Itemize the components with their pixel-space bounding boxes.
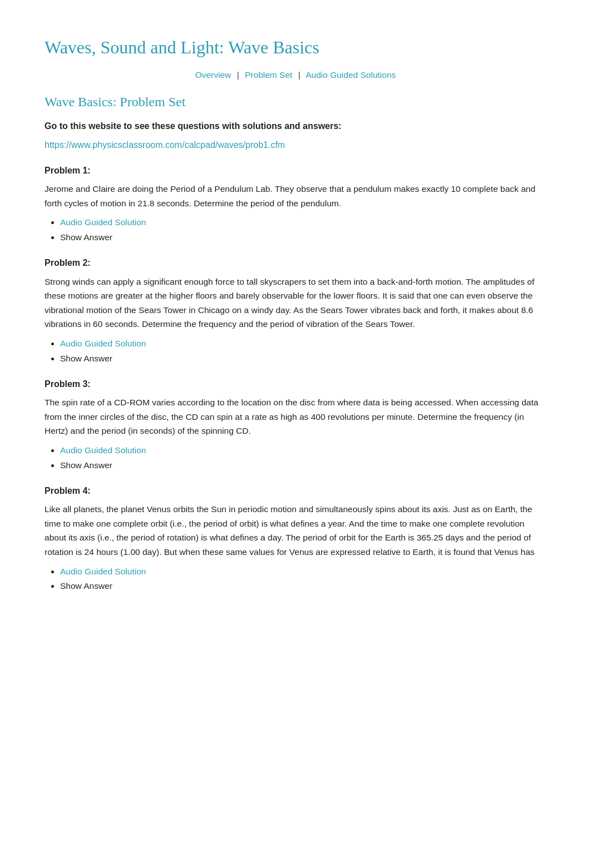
problem-3-label: Problem 3: (45, 377, 546, 391)
problem-3-text: The spin rate of a CD-ROM varies accordi… (45, 395, 546, 438)
problem-1-list: Audio Guided SolutionShow Answer (45, 216, 546, 245)
problem-2-audio-link[interactable]: Audio Guided Solution (60, 339, 146, 348)
problem-1-show-answer-item: Show Answer (60, 231, 546, 245)
problem-3-audio-link[interactable]: Audio Guided Solution (60, 445, 146, 455)
problem-3-audio-item: Audio Guided Solution (60, 444, 546, 458)
problem-1-show-answer[interactable]: Show Answer (60, 232, 112, 242)
navigation-bar: Overview | Problem Set | Audio Guided So… (45, 68, 546, 82)
nav-separator-1: | (237, 70, 239, 80)
problem-2-label: Problem 2: (45, 256, 546, 270)
nav-audio-guided-solutions[interactable]: Audio Guided Solutions (306, 70, 396, 80)
problem-4-audio-link[interactable]: Audio Guided Solution (60, 567, 146, 576)
problem-1-text: Jerome and Claire are doing the Period o… (45, 182, 546, 210)
problem-3-show-answer-item: Show Answer (60, 459, 546, 473)
problem-1-label: Problem 1: (45, 163, 546, 178)
problem-2-show-answer[interactable]: Show Answer (60, 354, 112, 363)
page-title: Waves, Sound and Light: Wave Basics (45, 33, 546, 62)
nav-problem-set[interactable]: Problem Set (245, 70, 292, 80)
problem-3: Problem 3:The spin rate of a CD-ROM vari… (45, 377, 546, 473)
problem-1-audio-item: Audio Guided Solution (60, 216, 546, 230)
problems-container: Problem 1:Jerome and Claire are doing th… (45, 163, 546, 594)
problem-2-text: Strong winds can apply a significant eno… (45, 275, 546, 331)
problem-2-audio-item: Audio Guided Solution (60, 337, 546, 351)
nav-separator-2: | (298, 70, 301, 80)
section-title: Wave Basics: Problem Set (45, 91, 546, 112)
website-link[interactable]: https://www.physicsclassroom.com/calcpad… (45, 138, 546, 152)
problem-3-show-answer[interactable]: Show Answer (60, 460, 112, 470)
problem-4: Problem 4:Like all planets, the planet V… (45, 484, 546, 594)
problem-4-audio-item: Audio Guided Solution (60, 565, 546, 579)
problem-1: Problem 1:Jerome and Claire are doing th… (45, 163, 546, 245)
nav-overview[interactable]: Overview (195, 70, 232, 80)
problem-3-list: Audio Guided SolutionShow Answer (45, 444, 546, 473)
problem-4-list: Audio Guided SolutionShow Answer (45, 565, 546, 594)
problem-4-show-answer[interactable]: Show Answer (60, 581, 112, 591)
problem-4-label: Problem 4: (45, 484, 546, 498)
intro-text: Go to this website to see these question… (45, 119, 546, 133)
problem-2: Problem 2:Strong winds can apply a signi… (45, 256, 546, 366)
problem-2-list: Audio Guided SolutionShow Answer (45, 337, 546, 366)
problem-2-show-answer-item: Show Answer (60, 352, 546, 366)
problem-4-show-answer-item: Show Answer (60, 579, 546, 593)
problem-4-text: Like all planets, the planet Venus orbit… (45, 502, 546, 559)
problem-1-audio-link[interactable]: Audio Guided Solution (60, 217, 146, 227)
